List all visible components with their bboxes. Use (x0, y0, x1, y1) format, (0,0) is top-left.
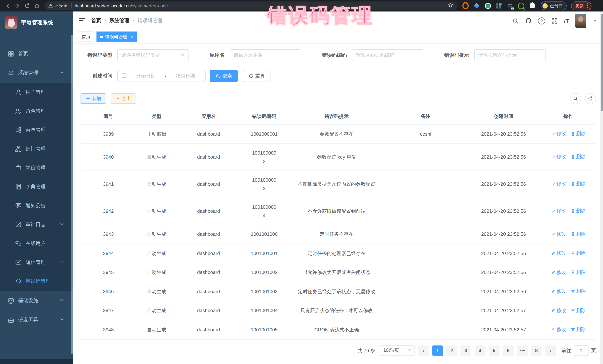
browser-update-button[interactable]: 更新 (571, 1, 591, 10)
extension-on-badge-icon[interactable]: on (507, 3, 513, 9)
pager-ellipsis[interactable]: ••• (517, 345, 528, 356)
add-button[interactable]: 新增 (81, 93, 106, 104)
col-code: 错误码编码 (240, 109, 288, 124)
browser-back-icon[interactable] (3, 1, 13, 11)
browser-menu-kebab-icon[interactable] (587, 5, 588, 6)
sidebar-item-dashboard[interactable]: 首页 (0, 44, 73, 63)
delete-link[interactable]: 删除 (570, 268, 586, 276)
breadcrumb-system[interactable]: 系统管理 (109, 17, 129, 24)
sidebar-item-code[interactable]: 错误码管理 (0, 272, 73, 291)
delete-link[interactable]: 删除 (570, 207, 586, 215)
page-button-1[interactable]: 1 (432, 345, 443, 356)
extension-orange-icon[interactable] (462, 3, 469, 9)
next-page-button[interactable]: › (545, 345, 556, 356)
sidebar-item-announcement[interactable]: 通知公告 (0, 196, 73, 215)
edit-link[interactable]: 修改 (551, 180, 566, 188)
sidebar-item-online-user[interactable]: 在线用户 (0, 234, 73, 253)
browser-forward-icon[interactable] (13, 1, 22, 11)
sidebar-item-toolbox[interactable]: 研发工具 (0, 310, 73, 330)
edit-link[interactable]: 修改 (551, 306, 566, 315)
delete-link[interactable]: 删除 (570, 180, 586, 188)
cell-msg: 只有开启状态的任务，才可以修改 (288, 301, 385, 320)
page-button-2[interactable]: 2 (446, 345, 457, 356)
sidebar-item-sms[interactable]: 短信管理 (0, 253, 73, 272)
security-chip[interactable]: 不安全 (48, 3, 71, 9)
chevron-down-icon[interactable] (593, 17, 597, 24)
goto-page-input[interactable] (574, 345, 589, 356)
edit-link[interactable]: 修改 (551, 230, 566, 238)
col-actions: 操作 (541, 109, 596, 124)
fullscreen-icon[interactable] (551, 18, 558, 24)
github-icon[interactable] (525, 17, 532, 24)
sidebar-item-user[interactable]: 用户管理 (0, 83, 73, 101)
page-scrollbar[interactable] (600, 11, 603, 364)
page-button-4[interactable]: 4 (475, 345, 485, 356)
edit-link[interactable]: 修改 (551, 207, 566, 215)
delete-link[interactable]: 删除 (570, 153, 586, 161)
delete-link[interactable]: 删除 (570, 230, 586, 238)
logo-avatar (5, 16, 17, 29)
extension-green-check-icon[interactable] (485, 3, 491, 9)
reset-button[interactable]: 重置 (243, 70, 271, 82)
error-code-input[interactable]: 请输入错误码编码 (352, 49, 423, 61)
sidebar-item-label: 基础设施 (18, 297, 38, 304)
toggle-search-icon[interactable] (570, 93, 581, 104)
font-size-icon[interactable]: tT (564, 18, 569, 24)
browser-reload-icon[interactable] (22, 1, 32, 11)
header-search-icon[interactable] (512, 18, 519, 24)
edit-link[interactable]: 修改 (551, 268, 566, 276)
app-name-input[interactable]: 请输入应用名 (230, 49, 301, 61)
page-button-8[interactable]: 8 (531, 345, 542, 356)
sidebar-item-monitor[interactable]: 基础设施 (0, 291, 73, 310)
sidebar-item-menu-tree[interactable]: 菜单管理 (0, 121, 73, 139)
cell-code: 100100000 3 (240, 170, 288, 198)
tab-home[interactable]: 首页 (78, 32, 94, 42)
sidebar-scrollbar[interactable] (71, 35, 73, 354)
sidebar-item-book[interactable]: 字典管理 (0, 177, 73, 196)
sidebar-item-users[interactable]: 角色管理 (0, 101, 73, 121)
delete-link[interactable]: 删除 (570, 249, 586, 257)
edit-link[interactable]: 修改 (551, 325, 566, 334)
page-button-3[interactable]: 3 (461, 345, 471, 356)
edit-link[interactable]: 修改 (551, 153, 566, 161)
page-button-5[interactable]: 5 (489, 345, 499, 356)
prev-page-button[interactable]: ‹ (418, 345, 429, 356)
profile-paused-chip[interactable]: 已暂停 (541, 1, 567, 10)
bookmark-star-icon[interactable] (448, 2, 453, 9)
edit-link[interactable]: 修改 (551, 249, 566, 257)
extensions-puzzle-icon[interactable] (529, 3, 535, 9)
user-avatar[interactable] (575, 14, 586, 28)
sidebar-item-org-chart[interactable]: 部门管理 (0, 139, 73, 158)
url-bar[interactable]: 不安全 dashboard.yudao.iocoder.cn/system/er… (45, 1, 457, 10)
search-button[interactable]: 搜索 (210, 70, 238, 82)
close-tab-icon[interactable]: × (130, 34, 133, 39)
filter-type-label: 错误码类型 (81, 52, 112, 59)
error-type-select[interactable]: 请选择错误码类型 (117, 49, 189, 61)
hamburger-icon[interactable] (79, 18, 85, 23)
edit-link[interactable]: 修改 (551, 287, 566, 295)
cell-remark (385, 301, 466, 320)
page-button-6[interactable]: 6 (503, 345, 514, 356)
sidebar-item-audit-log[interactable]: 审计日志 (0, 215, 73, 234)
breadcrumb-home[interactable]: 首页 (91, 17, 101, 24)
delete-link[interactable]: 删除 (570, 325, 586, 334)
sidebar-item-gear[interactable]: 系统管理 (0, 63, 73, 83)
sidebar-item-briefcase[interactable]: 岗位管理 (0, 158, 73, 177)
refresh-table-icon[interactable] (585, 93, 596, 104)
extension-squares-icon[interactable] (496, 3, 502, 9)
delete-link[interactable]: 删除 (570, 287, 586, 295)
browser-home-icon[interactable] (32, 1, 42, 11)
error-msg-input[interactable]: 请输入错误码提示 (474, 49, 546, 61)
app-logo[interactable]: 芋道管理系统 (0, 11, 73, 33)
extension-leaf-icon[interactable] (518, 3, 524, 9)
tab-error-code[interactable]: 错误码管理 × (96, 32, 137, 42)
scrollbar-thumb[interactable] (601, 14, 603, 111)
edit-link[interactable]: 修改 (551, 129, 566, 138)
delete-link[interactable]: 删除 (570, 306, 586, 315)
page-size-select[interactable]: 10条/页 (380, 345, 415, 356)
extension-gem-icon[interactable] (474, 3, 480, 9)
help-icon[interactable]: ? (538, 17, 545, 24)
delete-link[interactable]: 删除 (570, 129, 586, 138)
create-time-range-picker[interactable]: 开始日期 - 结束日期 (117, 70, 206, 82)
export-button[interactable]: 导出 (111, 93, 136, 104)
